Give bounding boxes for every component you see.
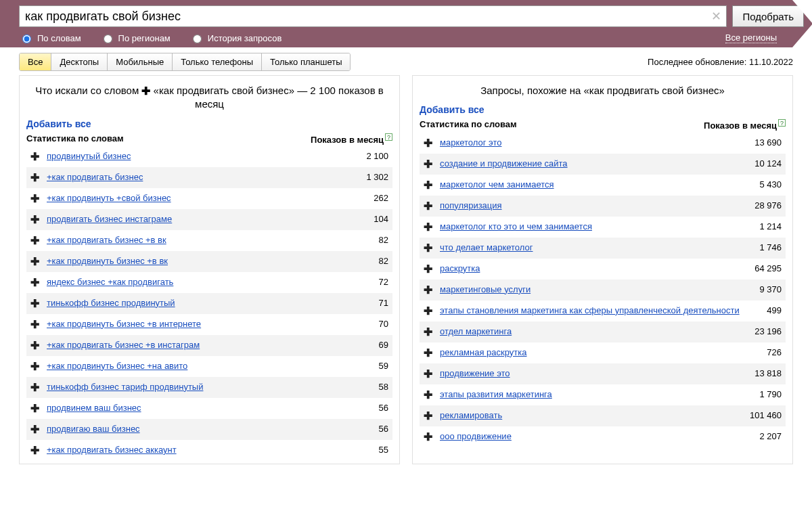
keyword-row: ✚+как продвинуть бизнес +в интернете70	[26, 314, 392, 335]
keyword-link[interactable]: +как продвинуть бизнес +на авито	[47, 361, 367, 371]
keyword-count: 262	[374, 193, 388, 203]
mode-by-words-radio[interactable]	[22, 35, 31, 43]
add-keyword-button[interactable]: ✚	[30, 382, 40, 393]
add-keyword-button[interactable]: ✚	[30, 215, 40, 225]
add-keyword-button[interactable]: ✚	[424, 180, 433, 191]
keyword-row: ✚+как продвигать бизнес аккаунт55	[26, 440, 392, 461]
keyword-link[interactable]: этапы становления маркетинга как сферы у…	[440, 305, 754, 315]
tab-phones[interactable]: Только телефоны	[172, 53, 261, 70]
keyword-row: ✚продвигать бизнес инстаграме104	[26, 209, 392, 230]
keyword-count: 10 124	[754, 158, 782, 169]
keyword-count: 499	[767, 305, 782, 315]
keyword-link[interactable]: продвигаю ваш бизнес	[47, 424, 367, 434]
add-keyword-button[interactable]: ✚	[424, 390, 433, 401]
keyword-count: 56	[379, 403, 388, 413]
add-keyword-button[interactable]: ✚	[424, 285, 433, 296]
help-icon[interactable]: ?	[385, 133, 392, 141]
add-keyword-button[interactable]: ✚	[424, 327, 433, 338]
keyword-link[interactable]: продвинем ваш бизнес	[47, 403, 367, 413]
keyword-link[interactable]: продвижение это	[440, 368, 742, 378]
keyword-row: ✚маркетолог кто это и чем занимается1 21…	[420, 217, 786, 238]
add-keyword-button[interactable]: ✚	[424, 411, 433, 422]
keyword-link[interactable]: +как продвинуть бизнес +в интернете	[47, 319, 367, 329]
keyword-count: 1 214	[759, 221, 782, 231]
mode-history-radio[interactable]	[193, 35, 202, 43]
add-keyword-button[interactable]: ✚	[424, 432, 433, 443]
keyword-link[interactable]: продвинутый бизнес	[47, 151, 354, 161]
col-count-left: Показов в месяц?	[311, 133, 392, 145]
add-all-left[interactable]: Добавить все	[26, 118, 91, 129]
add-keyword-button[interactable]: ✚	[424, 348, 433, 359]
add-keyword-button[interactable]: ✚	[30, 236, 40, 246]
keyword-row: ✚продвинем ваш бизнес56	[26, 398, 392, 419]
tab-mobile[interactable]: Мобильные	[107, 53, 172, 70]
keyword-link[interactable]: что делает маркетолог	[440, 242, 747, 252]
col-count-right: Показов в месяц?	[704, 119, 786, 131]
add-keyword-button[interactable]: ✚	[30, 361, 40, 372]
keyword-link[interactable]: ооо продвижение	[440, 431, 747, 441]
keyword-row: ✚этапы развития маркетинга1 790	[420, 384, 786, 405]
add-keyword-button[interactable]: ✚	[424, 138, 433, 149]
keyword-row: ✚этапы становления маркетинга как сферы …	[420, 301, 786, 321]
keyword-link[interactable]: маркетолог кто это и чем занимается	[440, 221, 747, 231]
keyword-link[interactable]: рекламировать	[440, 410, 738, 420]
keyword-link[interactable]: тинькофф бизнес продвинутый	[47, 298, 367, 308]
add-keyword-button[interactable]: ✚	[30, 173, 40, 183]
add-keyword-button[interactable]: ✚	[30, 152, 40, 162]
keyword-link[interactable]: маркетинговые услуги	[440, 284, 747, 294]
mode-by-regions-radio[interactable]	[104, 35, 112, 43]
keyword-link[interactable]: +как продвинуть +свой бизнес	[47, 193, 361, 203]
add-keyword-button[interactable]: ✚	[30, 277, 40, 288]
keyword-link[interactable]: яндекс бизнес +как продвигать	[47, 277, 367, 287]
keyword-link[interactable]: создание и продвижение сайта	[440, 158, 742, 169]
keyword-row: ✚+как продвигать бизнес +в вк82	[26, 230, 392, 251]
keyword-link[interactable]: рекламная раскрутка	[440, 347, 754, 357]
add-keyword-button[interactable]: ✚	[424, 243, 433, 254]
add-keyword-button[interactable]: ✚	[424, 201, 433, 212]
add-keyword-button[interactable]: ✚	[424, 159, 433, 170]
keyword-link[interactable]: +как продвигать бизнес +в вк	[47, 235, 367, 245]
add-keyword-button[interactable]: ✚	[30, 298, 40, 309]
mode-by-words[interactable]: По словам	[19, 32, 81, 43]
keyword-link[interactable]: отдел маркетинга	[440, 326, 742, 336]
keyword-link[interactable]: раскрутка	[440, 263, 742, 273]
keyword-row: ✚маркетинговые услуги9 370	[420, 280, 786, 301]
add-all-right[interactable]: Добавить все	[420, 104, 484, 115]
help-icon[interactable]: ?	[778, 119, 786, 127]
add-keyword-button[interactable]: ✚	[424, 222, 433, 233]
all-regions-link[interactable]: Все регионы	[725, 32, 777, 43]
keyword-link[interactable]: продвигать бизнес инстаграме	[47, 214, 361, 224]
add-keyword-button[interactable]: ✚	[424, 264, 433, 275]
search-input[interactable]	[19, 5, 727, 27]
keyword-count: 55	[379, 445, 388, 455]
keyword-link[interactable]: +как продвигать бизнес +в инстаграм	[47, 340, 367, 350]
keyword-link[interactable]: этапы развития маркетинга	[440, 389, 747, 399]
add-keyword-button[interactable]: ✚	[30, 257, 40, 267]
mode-history[interactable]: История запросов	[189, 32, 282, 43]
keyword-link[interactable]: популяризация	[440, 200, 742, 210]
add-keyword-button[interactable]: ✚	[424, 369, 433, 380]
keyword-link[interactable]: +как продвигать бизнес аккаунт	[47, 445, 367, 455]
tab-desktop[interactable]: Десктопы	[51, 53, 107, 70]
keyword-link[interactable]: +как продвигать бизнес	[47, 172, 354, 182]
clear-icon[interactable]: ✕	[711, 9, 721, 24]
add-keyword-button[interactable]: ✚	[30, 424, 40, 435]
keyword-link[interactable]: маркетолог это	[440, 137, 742, 148]
add-keyword-button[interactable]: ✚	[30, 194, 40, 204]
add-keyword-button[interactable]: ✚	[30, 403, 40, 414]
add-keyword-button[interactable]: ✚	[30, 340, 40, 351]
add-keyword-button[interactable]: ✚	[30, 319, 40, 330]
add-keyword-button[interactable]: ✚	[424, 306, 433, 317]
keyword-link[interactable]: +как продвинуть бизнес +в вк	[47, 256, 367, 266]
keyword-link[interactable]: тинькофф бизнес тариф продвинутый	[47, 382, 367, 392]
tab-all[interactable]: Все	[20, 53, 51, 70]
add-keyword-button[interactable]: ✚	[30, 445, 40, 456]
keyword-row: ✚продвинутый бизнес2 100	[26, 146, 392, 167]
tab-tablets[interactable]: Только планшеты	[261, 53, 350, 70]
keyword-row: ✚раскрутка64 295	[420, 259, 786, 280]
keyword-row: ✚отдел маркетинга23 196	[420, 321, 786, 342]
keyword-link[interactable]: маркетолог чем занимается	[440, 179, 747, 190]
keyword-row: ✚продвижение это13 818	[420, 363, 786, 384]
mode-by-regions[interactable]: По регионам	[100, 32, 171, 43]
sub-bar: Все Десктопы Мобильные Только телефоны Т…	[0, 47, 812, 75]
